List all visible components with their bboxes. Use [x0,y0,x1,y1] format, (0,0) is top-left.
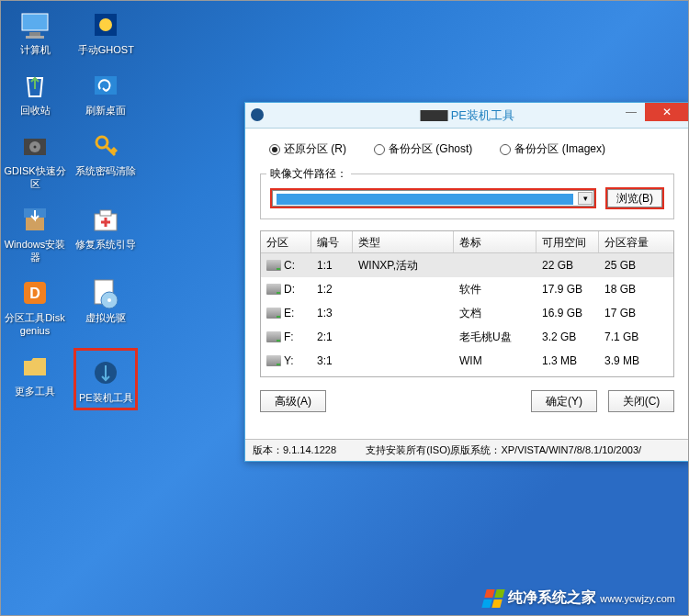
icon-petool[interactable]: PE装机工具 [73,348,138,410]
icon-refresh[interactable]: 刷新桌面 [73,67,138,117]
disk-icon [17,128,53,164]
status-bar: 版本：9.1.14.1228 支持安装所有(ISO)原版系统：XP/VISTA/… [245,439,689,461]
svg-point-8 [34,146,37,149]
chevron-down-icon[interactable]: ▾ [578,192,593,205]
col-number[interactable]: 编号 [311,231,353,252]
drive-icon [266,331,281,342]
radio-label: 备份分区 (Imagex) [514,141,605,157]
radio-backup-ghost[interactable]: 备份分区 (Ghost) [374,141,472,157]
watermark-url: www.ycwjzy.com [600,593,675,604]
icon-bootfix[interactable]: 修复系统引导 [73,201,138,251]
diskgenius-icon: D [17,274,53,311]
col-type[interactable]: 类型 [353,231,454,252]
dialog-body: 还原分区 (R) 备份分区 (Ghost) 备份分区 (Imagex) 映像文件… [245,129,689,421]
icon-label: 分区工具Diskgenius [3,311,67,337]
icon-ghost[interactable]: 手动GHOST [73,6,138,56]
svg-point-18 [107,298,111,302]
window-title: PE装机工具 [420,107,514,124]
ghost-icon [87,6,124,43]
icon-label: 虚拟光驱 [85,311,126,324]
icon-pwclear[interactable]: 系统密码清除 [73,128,138,177]
button-row: 高级(A) 确定(Y) 关闭(C) [260,390,674,412]
icon-label: 计算机 [20,43,51,56]
icon-label: 手动GHOST [78,43,134,56]
radio-label: 还原分区 (R) [284,141,346,157]
browse-button[interactable]: 浏览(B) [605,187,664,209]
close-button[interactable]: ✕ [645,103,689,121]
col-capacity[interactable]: 分区容量 [599,231,663,252]
firstaid-icon [87,201,124,238]
svg-point-20 [251,108,264,121]
col-volume[interactable]: 卷标 [454,231,537,252]
icon-computer[interactable]: 计算机 [3,6,67,56]
titlebar[interactable]: PE装机工具 — ✕ [245,103,689,129]
svg-rect-0 [22,14,48,30]
svg-text:D: D [29,286,40,301]
image-path-fieldset: 映像文件路径： ▾ 浏览(B) [260,174,674,219]
icon-moretools[interactable]: 更多工具 [3,348,67,398]
table-row[interactable]: Y: 3:1 WIM 1.3 MB 3.9 MB [261,349,673,373]
status-note: 支持安装所有(ISO)原版系统：XP/VISTA/WIN7/8/8.1/10/2… [366,443,641,457]
icon-gdisk[interactable]: GDISK快速分区 [3,128,67,190]
partition-table: 分区 编号 类型 卷标 可用空间 分区容量 C: 1:1 WINXP,活动 22… [260,230,674,377]
watermark-logo-icon [482,589,505,608]
col-free[interactable]: 可用空间 [537,231,599,252]
app-icon [249,106,267,125]
image-path-combo[interactable]: ▾ [270,188,596,208]
icon-recycle[interactable]: 回收站 [3,67,67,117]
drive-icon [266,355,281,366]
desktop: 计算机 手动GHOST 回收站 刷新桌面 GDISK快速分区 系统密码清除 Wi… [1,1,166,416]
recycle-icon [17,67,53,104]
window-buttons: — ✕ [617,103,689,121]
col-partition[interactable]: 分区 [261,231,311,252]
table-header: 分区 编号 类型 卷标 可用空间 分区容量 [261,231,673,253]
drive-icon [266,308,281,319]
table-row[interactable]: F: 2:1 老毛桃U盘 3.2 GB 7.1 GB [261,325,673,349]
advanced-button[interactable]: 高级(A) [260,390,326,412]
icon-label: 修复系统引导 [75,238,136,251]
icon-wininst[interactable]: Windows安装器 [3,201,67,263]
table-row[interactable]: E: 1:3 文档 16.9 GB 17 GB [261,301,673,325]
icon-vcd[interactable]: 虚拟光驱 [73,274,138,324]
folder-icon [17,348,53,385]
image-path-label: 映像文件路径： [266,166,351,182]
computer-icon [17,6,53,43]
drive-icon [266,284,281,295]
key-icon [87,128,124,164]
mode-radios: 还原分区 (R) 备份分区 (Ghost) 备份分区 (Imagex) [269,141,674,157]
svg-point-4 [99,18,112,31]
browse-label: 浏览(B) [607,189,662,207]
svg-rect-5 [95,76,117,95]
icon-label: PE装机工具 [79,391,133,404]
cd-icon [87,274,124,311]
petool-icon [87,354,124,391]
minimize-button[interactable]: — [617,103,645,121]
svg-rect-1 [29,32,40,36]
refresh-icon [87,67,124,104]
radio-label: 备份分区 (Ghost) [389,141,472,157]
icon-label: 刷新桌面 [85,104,126,117]
icon-label: GDISK快速分区 [3,164,67,190]
svg-rect-2 [26,36,44,39]
icon-diskgenius[interactable]: D 分区工具Diskgenius [3,274,67,337]
icon-label: 回收站 [20,104,51,117]
svg-rect-13 [100,210,111,216]
watermark: 纯净系统之家 www.ycwjzy.com [484,588,675,608]
radio-backup-imagex[interactable]: 备份分区 (Imagex) [500,141,605,157]
drive-icon [266,260,281,271]
icon-label: Windows安装器 [3,238,67,263]
table-row[interactable]: D: 1:2 软件 17.9 GB 18 GB [261,277,673,301]
version-label: 版本：9.1.14.1228 [245,443,344,457]
close-dialog-button[interactable]: 关闭(C) [608,390,674,412]
installer-icon [17,201,53,238]
pe-install-dialog: PE装机工具 — ✕ 还原分区 (R) 备份分区 (Ghost) 备份分区 (I… [244,102,689,462]
watermark-text: 纯净系统之家 [508,588,596,608]
icon-label: 系统密码清除 [75,164,136,177]
radio-restore[interactable]: 还原分区 (R) [269,141,346,157]
ok-button[interactable]: 确定(Y) [531,390,597,412]
icon-label: 更多工具 [15,385,55,398]
table-row[interactable]: C: 1:1 WINXP,活动 22 GB 25 GB [261,253,673,277]
